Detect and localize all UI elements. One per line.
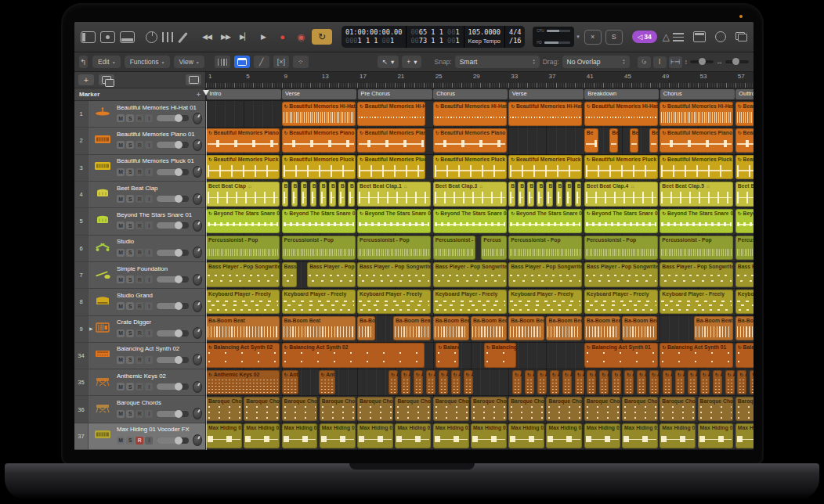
lcd-cell-1[interactable]: 0065 1 1 0010073 1 1 001 <box>407 26 464 48</box>
region[interactable]: ↻ Beautiful Memories Piano 01 <box>206 128 280 153</box>
capture-recording-button[interactable]: ◉ <box>293 29 309 45</box>
region[interactable]: ↻ Anthemic Keys 02 <box>737 370 746 394</box>
region[interactable]: ↻ Beautiful Memories Piano 02 <box>357 128 425 153</box>
region[interactable]: ↻ Anthemic Keys 02 <box>550 370 559 394</box>
track-lane[interactable]: Ba-Boom BeatBa-Boom BeatBa-BooBa-Boom Be… <box>206 316 754 343</box>
pan-knob[interactable] <box>193 220 202 232</box>
region[interactable]: ↻ Anthemic Keys 02 <box>525 370 534 394</box>
record-enable-button[interactable]: R <box>136 329 143 337</box>
region[interactable]: ↻ Beautiful Memories Pluck 01.1 <box>282 155 356 179</box>
region[interactable]: ↻ Anthemic Keys 02 <box>663 370 672 394</box>
track-lane[interactable]: ↻ Beautiful Memories Pluck 01↻ Beautiful… <box>206 155 754 182</box>
region[interactable]: Baroque Chords <box>433 397 469 421</box>
volume-slider[interactable] <box>157 357 188 363</box>
region[interactable]: Max Hiding 01 V <box>433 423 469 448</box>
region[interactable]: ↻ Anthemic Keys 02 <box>414 370 423 394</box>
lcd-cell-0[interactable]: 01:00:00:00.000001 1 1 001 <box>342 26 407 48</box>
region[interactable]: B <box>291 182 298 206</box>
input-monitor-button[interactable]: I <box>145 249 153 257</box>
region[interactable]: Percus <box>481 236 507 260</box>
region[interactable]: ↻ Anthemic Keys 02 <box>612 370 621 394</box>
horizontal-auto-zoom-button[interactable]: ⊦⊣ <box>669 56 682 68</box>
media-browser-icon[interactable] <box>735 32 747 41</box>
region[interactable]: Baroque Chords <box>206 397 242 421</box>
solo-button[interactable]: S <box>126 168 134 176</box>
track-lane[interactable]: Baroque ChordsBaroque ChordsBaroque Chor… <box>206 396 754 423</box>
track-name[interactable]: Max Hiding 01 Vocoder FX <box>117 426 202 433</box>
track-header[interactable]: 6 Studio MSRI <box>74 236 205 262</box>
solo-button[interactable]: S <box>126 410 134 418</box>
region[interactable]: ↻ Anthemic Keys 02 <box>282 370 299 394</box>
automation-button[interactable]: ╱ <box>254 56 269 68</box>
region[interactable]: Max Hiding 01 V <box>508 423 544 448</box>
input-monitor-button[interactable]: I <box>145 302 153 310</box>
region[interactable]: ↻ Balancing Act Synth 01 <box>660 343 733 367</box>
region[interactable]: Baroque Chords <box>622 397 658 421</box>
mute-button[interactable]: M <box>117 221 125 229</box>
region[interactable]: Percussionist - Pop <box>357 236 431 260</box>
track-header-config-button[interactable] <box>186 74 201 85</box>
marker-region[interactable]: Verse <box>282 89 356 99</box>
record-enable-button[interactable]: R <box>136 410 143 418</box>
region[interactable]: ↻ Balancing Act Synth 02 <box>206 343 280 367</box>
region[interactable]: ↻ Beautiful Memories Pluck 02.2 <box>508 155 582 179</box>
pan-knob[interactable] <box>193 193 202 205</box>
record-enable-button[interactable]: R <box>136 141 143 149</box>
region[interactable]: ↻ Anthemic Keys 02 <box>401 370 410 394</box>
region[interactable]: ↻ Anthemic Keys 02 <box>319 370 336 394</box>
record-enable-button[interactable]: R <box>136 302 143 310</box>
track-name[interactable]: Studio <box>117 238 202 245</box>
snap-select[interactable]: Smart▴▾ <box>455 56 540 68</box>
region[interactable]: Bass Player - Pop Songwriter <box>735 262 754 286</box>
region[interactable]: Bass Player - Pop Songwriter <box>660 262 733 286</box>
region[interactable]: Bass Player - Pop Songwriter <box>206 262 280 286</box>
region[interactable]: ↻ Anthemic Keys 02 <box>637 370 646 394</box>
track-name[interactable]: Simple Foundation <box>117 265 202 272</box>
region[interactable]: ↻ Beautiful Memories Hi-Hat 03.3 <box>735 102 754 126</box>
mute-button[interactable]: M <box>117 275 125 283</box>
track-lane[interactable]: Bass Player - Pop SongwriterBass PBass P… <box>206 262 754 289</box>
region[interactable]: ↻ Anthemic Keys 02 <box>725 370 735 394</box>
region[interactable]: ↻ Anthemic Keys 02 <box>649 370 659 394</box>
lcd-cell-2[interactable]: 105.0000Keep Tempo <box>464 26 505 48</box>
region[interactable]: Max Hiding 01 V <box>584 423 620 448</box>
input-monitor-button[interactable]: I <box>145 114 153 122</box>
solo-button[interactable]: S <box>605 30 623 45</box>
region[interactable]: ↻ Balancing Act Synth 02 <box>282 343 425 367</box>
grid-button[interactable] <box>215 56 230 68</box>
region[interactable]: ↻ Anthemic Keys 02 <box>537 370 547 394</box>
input-monitor-button[interactable]: I <box>145 383 153 391</box>
record-enable-button[interactable]: R <box>136 114 143 122</box>
region[interactable]: B <box>537 182 544 206</box>
region[interactable]: Max Hiding 01 V <box>735 423 754 448</box>
region[interactable]: Beet Beat Clap.3⌂ <box>433 182 507 206</box>
track-header[interactable]: 1 Beautiful Memories Hi-Hat 01 MSRI <box>74 101 205 128</box>
functions-menu[interactable]: Functions▾ <box>125 56 170 68</box>
region[interactable]: B <box>310 182 317 206</box>
volume-slider[interactable] <box>157 383 188 390</box>
track-name[interactable]: Beautiful Memories Pluck 01 <box>117 157 202 164</box>
region[interactable]: Baroque Chords <box>395 397 431 421</box>
region[interactable]: Max Hiding 01 V <box>320 423 356 448</box>
region[interactable]: Keyboard Player - Freely <box>508 290 582 314</box>
region[interactable]: Bass Player - Pop Songwriter <box>508 262 582 286</box>
region[interactable]: Baroque Chords <box>698 397 734 421</box>
solo-button[interactable]: S <box>126 221 134 229</box>
cycle-button[interactable]: ↻ <box>312 29 332 45</box>
region[interactable]: ↻ Beautiful Memories Hi-Hat 03.1 <box>282 102 356 126</box>
mute-button[interactable]: M <box>117 356 125 364</box>
region[interactable]: Ba-Boom Beat <box>393 316 431 340</box>
mute-button[interactable]: M <box>117 437 125 445</box>
forward-button[interactable]: ▶▶ <box>218 29 233 45</box>
input-monitor-button[interactable]: I <box>145 329 153 337</box>
region[interactable]: Ba-Boom Beat <box>546 316 582 340</box>
track-name[interactable]: Beyond The Stars Snare 01 <box>117 211 202 218</box>
track-header[interactable]: 37 Max Hiding 01 Vocoder FX MSRI <box>74 423 205 450</box>
volume-slider[interactable] <box>157 276 188 283</box>
region[interactable]: ↻ Anthemic Keys 02 <box>512 370 522 394</box>
region[interactable]: ↻ Beyond The Stars Snare 01.1 <box>282 209 356 233</box>
region[interactable]: ↻ Anthemic Keys 02 <box>206 370 280 394</box>
add-track-button[interactable]: + <box>78 74 94 85</box>
track-header[interactable]: 3 Beautiful Memories Pluck 01 MSRI <box>74 155 205 182</box>
pan-knob[interactable] <box>193 113 202 124</box>
